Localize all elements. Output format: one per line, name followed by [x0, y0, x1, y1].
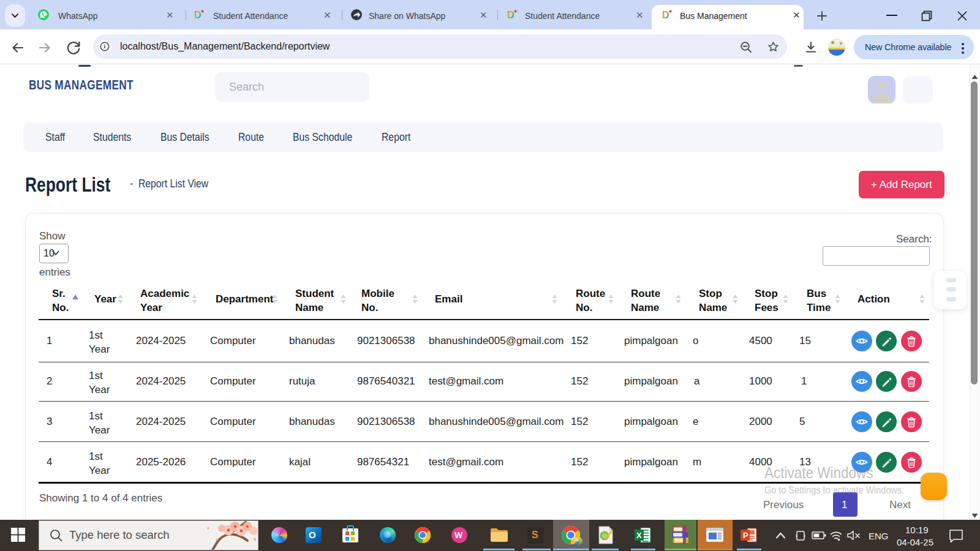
- svg-text:P: P: [743, 531, 748, 540]
- svg-text:X: X: [636, 531, 642, 540]
- svg-text:D: D: [194, 10, 202, 20]
- svg-text:D: D: [662, 10, 669, 20]
- svg-text:D: D: [507, 10, 514, 20]
